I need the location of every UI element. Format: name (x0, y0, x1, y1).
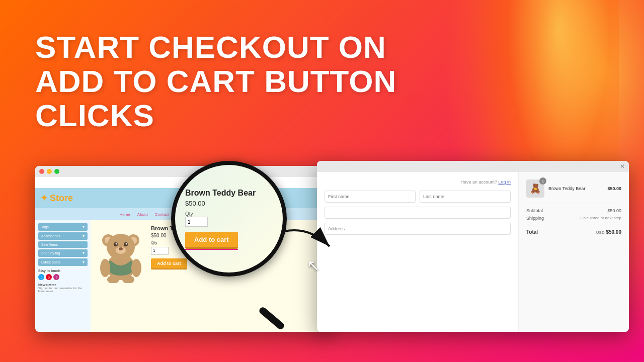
cursor-icon: ↖ (307, 256, 319, 274)
mag-qty-label: Qty (185, 211, 193, 217)
checkout-body: Have an account? Log in 🧸 1 (317, 172, 629, 332)
have-account-text: Have an account? Log in (325, 179, 511, 185)
total-row: Total USD $50.00 (526, 229, 621, 235)
address-input[interactable] (325, 223, 511, 235)
nav-home: Home (119, 212, 130, 217)
magnifier-circle: Brown Teddy Bear $50.00 Qty Add to cart (171, 161, 287, 277)
country-row (325, 207, 511, 219)
checkout-summary: 🧸 1 Brown Teddy Bear $50.00 Subtotal $50… (518, 172, 629, 332)
shipping-label: Shipping (526, 216, 544, 221)
minimize-dot (47, 169, 52, 174)
store-titlebar (35, 166, 332, 177)
currency-label: USD (596, 230, 605, 235)
summary-badge: 1 (539, 177, 546, 185)
store-logo: ✦ Store (40, 193, 73, 204)
mag-price: $50.00 (185, 200, 205, 207)
country-select[interactable] (325, 207, 511, 219)
login-link[interactable]: Log in (498, 179, 511, 185)
summary-divider-2 (526, 225, 621, 225)
summary-product: 🧸 1 Brown Teddy Bear $50.00 (526, 179, 621, 198)
twitter-icon: t (38, 274, 44, 280)
checkout-form: Have an account? Log in (317, 172, 518, 332)
mag-product-name: Brown Teddy Bear (185, 189, 256, 198)
store-sidebar: Tags ▾ Accessories ▾ Sale Items Shop by … (35, 220, 91, 332)
arrow-decoration (279, 221, 340, 261)
pinterest-icon: p (46, 274, 52, 280)
checkout-close-button[interactable]: ✕ (620, 163, 625, 170)
arrow-icon: ▾ (83, 225, 85, 229)
arrow-icon: ▾ (83, 260, 85, 264)
svg-point-13 (131, 259, 141, 277)
shipping-value: Calculated at next step (581, 216, 621, 221)
summary-product-image: 🧸 1 (526, 179, 544, 198)
maximize-dot (54, 169, 59, 174)
shipping-row: Shipping Calculated at next step (526, 216, 621, 221)
store-qty-input[interactable] (151, 247, 169, 255)
teddy-svg (98, 228, 143, 283)
subtotal-label: Subtotal (526, 208, 543, 213)
product-image (96, 225, 146, 286)
total-amount: $50.00 (606, 229, 621, 235)
total-value-row: USD $50.00 (596, 229, 621, 235)
newsletter-title: Newsletter (38, 283, 88, 287)
arrow-icon: ▾ (83, 251, 85, 255)
newsletter-section: Newsletter Sign up for our newsletter fo… (38, 283, 88, 293)
subtotal-row: Subtotal $50.00 (526, 208, 621, 213)
sidebar-item-latestposts: Latest posts ▾ (38, 258, 88, 266)
mag-add-to-cart-button[interactable]: Add to cart (185, 232, 238, 249)
svg-point-10 (119, 247, 123, 250)
name-row (325, 191, 511, 203)
close-dot (39, 169, 44, 174)
sidebar-item-tags: Tags ▾ (38, 223, 88, 231)
sidebar-item-accessories: Accessories ▾ (38, 232, 88, 240)
store-title-text: Store (50, 193, 73, 204)
address-row (325, 223, 511, 235)
mag-qty-input[interactable] (185, 217, 208, 227)
store-add-to-cart-button[interactable]: Add to cart (151, 258, 187, 269)
summary-product-name: Brown Teddy Bear (548, 186, 603, 191)
svg-point-7 (116, 243, 117, 245)
instagram-icon: i (53, 274, 59, 280)
summary-divider (526, 204, 621, 204)
headline-line2: ADD TO CART BUTTON CLICKS (35, 64, 428, 133)
social-section-title: Stay in touch (38, 269, 88, 273)
main-headline: START CHECKOUT ON ADD TO CART BUTTON CLI… (35, 30, 428, 133)
checkout-window: ✕ Have an account? Log in (317, 161, 629, 332)
checkout-titlebar: ✕ (317, 161, 629, 172)
social-icons: t p i (38, 274, 88, 280)
svg-point-12 (100, 259, 110, 277)
nav-contact: Contact (155, 212, 169, 217)
subtotal-value: $50.00 (607, 208, 621, 213)
total-label: Total (526, 229, 538, 235)
teddy-mini-icon: 🧸 (530, 183, 541, 194)
nav-about: About (137, 212, 148, 217)
sidebar-item-sale: Sale Items (38, 241, 88, 248)
have-account-label: Have an account? (460, 179, 497, 185)
summary-product-price: $50.00 (607, 186, 621, 191)
star-icon: ✦ (40, 193, 48, 204)
last-name-input[interactable] (420, 191, 511, 203)
svg-point-8 (126, 243, 127, 245)
sidebar-item-shopbytag: Shop by tag ▾ (38, 249, 88, 257)
arrow-icon: ▾ (83, 234, 85, 238)
newsletter-subtitle: Sign up for our newsletter for the lates… (38, 287, 88, 293)
headline-line1: START CHECKOUT ON (35, 30, 428, 64)
first-name-input[interactable] (325, 191, 416, 203)
